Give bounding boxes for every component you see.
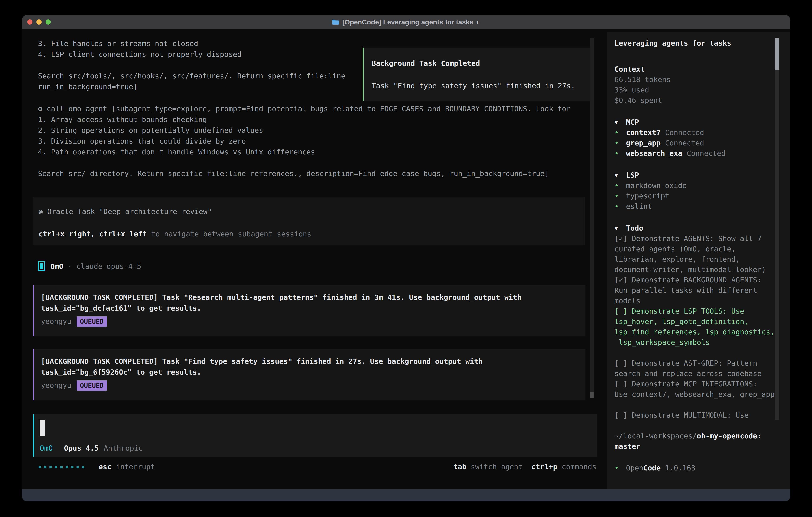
window-title: [OpenCode] Leveraging agents for tasks ◐ [332,18,480,26]
context-used: 33% used [614,85,778,95]
todo-item: [ ] Demonstrate MCP INTEGRATIONS: Use co… [614,379,778,400]
terminal-window: [OpenCode] Leveraging agents for tasks ◐… [22,15,790,501]
window-footer-bar [22,489,790,501]
prompt-input[interactable]: OmO Opus 4.5 Anthropic [33,414,597,457]
sidebar-scrollbar-thumb[interactable] [775,38,779,70]
gear-icon: ⚙ [38,105,42,113]
input-model-name: Opus 4.5 [64,444,98,453]
tab-hint: tab switch agent [453,463,523,471]
mcp-section: ▼ MCP • context7 Connected • grep_app Co… [614,117,778,159]
mcp-item: • websearch_exa Connected [614,148,778,159]
omo-agent-icon [38,262,45,271]
todo-item: [ ] Demonstrate MULTIMODAL: Use [614,410,778,420]
input-provider-name: Anthropic [104,444,143,453]
context-heading: Context [614,64,778,74]
collapse-triangle-icon[interactable]: ▼ [614,117,626,127]
green-dot-icon: • [614,148,626,159]
tool-call-text: call_omo_agent [subagent_type=explore, p… [38,105,571,178]
agent-name: OmO [50,262,63,271]
sidebar-scrollbar[interactable] [775,38,779,420]
chat-scrollbar[interactable] [590,38,594,398]
todo-item: [✓] Demonstrate BACKGROUND AGENTS: Run p… [614,275,778,306]
folder-icon [332,19,340,25]
lsp-section: ▼ LSP • markdown-oxide • typescript • es… [614,170,778,212]
todo-heading-row[interactable]: ▼ Todo [614,223,778,233]
background-task-toast[interactable]: Background Task Completed Task "Find typ… [362,48,593,101]
toast-body: Task "Find type safety issues" finished … [372,80,584,91]
spinner-icon: ▪▪▪▪▪▪▪▪▪ [38,463,87,470]
status-badge: QUEUED [77,317,107,327]
green-dot-icon: • [614,463,626,473]
message-author: yeongyu [41,380,71,391]
version-row: • OpenCode1.0.163 [614,463,778,473]
message-block: [BACKGROUND TASK COMPLETED] Task "Find t… [33,349,585,401]
oracle-nav-hint: ctrl+x right, ctrl+x left to navigate be… [38,228,585,239]
tool-call-block: ⚙ call_omo_agent [subagent_type=explore,… [38,103,593,179]
green-dot-icon: • [614,127,626,138]
traffic-lights [27,15,51,29]
green-dot-icon: • [614,201,626,212]
mcp-heading-row[interactable]: ▼ MCP [614,117,778,127]
todo-item: [✓] Demonstrate AGENTS: Show all 7 curat… [614,233,778,275]
status-badge: QUEUED [77,380,107,391]
todo-heading: Todo [626,223,643,233]
message-text: [BACKGROUND TASK COMPLETED] Task "Resear… [41,292,573,314]
session-title: Leveraging agents for tasks [614,38,778,48]
status-bar: ▪▪▪▪▪▪▪▪▪ esc interrupt tab switch agent… [38,461,597,472]
zoom-button[interactable] [46,19,51,25]
lsp-item: • markdown-oxide [614,180,778,191]
minimize-button[interactable] [36,19,41,25]
chat-scrollbar-thumb[interactable] [590,392,594,398]
green-dot-icon: • [614,191,626,201]
todo-item: [ ] Demonstrate AST-GREP: Pattern search… [614,358,778,379]
close-button[interactable] [27,19,32,25]
fisheye-icon: ◉ [38,207,43,216]
lsp-item: • typescript [614,191,778,201]
green-dot-icon: • [614,180,626,191]
model-row: OmO Opus 4.5 Anthropic [40,444,143,453]
input-agent-name: OmO [40,444,53,453]
context-tokens: 66,518 tokens [614,74,778,85]
mcp-item: • grep_app Connected [614,138,778,148]
context-spent: $0.46 spent [614,95,778,106]
green-dot-icon: • [614,138,626,148]
window-title-text: [OpenCode] Leveraging agents for tasks [342,18,473,26]
oracle-hint-keys: ctrl+x right, ctrl+x left [38,230,147,238]
message-text: [BACKGROUND TASK COMPLETED] Task "Find t… [41,356,573,378]
titlebar[interactable]: [OpenCode] Leveraging agents for tasks ◐ [22,15,790,29]
message-author: yeongyu [41,316,71,327]
message-block: [BACKGROUND TASK COMPLETED] Task "Resear… [33,285,585,336]
lsp-heading: LSP [626,170,639,180]
collapse-triangle-icon[interactable]: ▼ [614,170,626,180]
todo-section: ▼ Todo [✓] Demonstrate AGENTS: Show all … [614,223,778,420]
context-section: Context 66,518 tokens 33% used $0.46 spe… [614,64,778,106]
lsp-item: • eslint [614,201,778,212]
esc-hint: esc interrupt [99,463,155,471]
agent-model: claude-opus-4-5 [76,262,141,271]
mcp-heading: MCP [626,117,639,127]
text-cursor [40,420,45,436]
workspace-path: ~/local-workspaces/oh-my-opencode: maste… [614,431,778,452]
collapse-triangle-icon[interactable]: ▼ [614,223,626,233]
toast-title: Background Task Completed [372,58,584,69]
todo-item: [ ] Demonstrate LSP TOOLS: Use lsp_hover… [614,306,778,348]
sidebar: Leveraging agents for tasks Context 66,5… [607,32,790,489]
commands-hint: ctrl+p commands [531,463,597,471]
session-busy-icon: ◐ [476,18,480,26]
app-version: OpenCode1.0.163 [626,463,695,473]
terminal-content: 3. File handles or streams not closed 4.… [22,29,790,489]
oracle-task-title: ◉ Oracle Task "Deep architecture review" [38,206,585,217]
oracle-hint-rest: to navigate between subagent sessions [147,230,312,238]
agent-header: OmO · claude-opus-4-5 [38,261,141,272]
oracle-task-panel: ◉ Oracle Task "Deep architecture review"… [33,197,585,245]
mcp-item: • context7 Connected [614,127,778,138]
agent-separator: · [63,262,76,271]
lsp-heading-row[interactable]: ▼ LSP [614,170,778,180]
